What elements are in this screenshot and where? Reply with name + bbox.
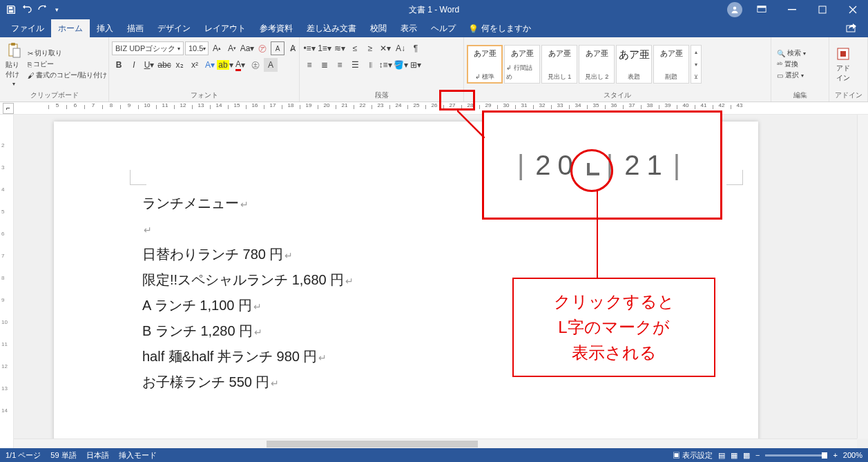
subscript-button[interactable]: x₂ bbox=[173, 58, 186, 72]
zoom-out-button[interactable]: − bbox=[755, 451, 760, 459]
status-language[interactable]: 日本語 bbox=[86, 450, 109, 461]
highlight-button[interactable]: ab▾ bbox=[218, 58, 232, 72]
tab-help[interactable]: ヘルプ bbox=[424, 19, 463, 37]
underline-button[interactable]: U▾ bbox=[142, 58, 156, 72]
show-marks-button[interactable]: ¶ bbox=[409, 41, 423, 55]
bullets-button[interactable]: •≡▾ bbox=[302, 41, 316, 55]
maximize-button[interactable] bbox=[807, 0, 838, 19]
document-line[interactable]: 日替わりランチ 780 円↵ bbox=[142, 242, 354, 267]
text-effects-button[interactable]: A▾ bbox=[203, 58, 217, 72]
superscript-button[interactable]: x² bbox=[188, 58, 202, 72]
find-button[interactable]: 🔍検索▾ bbox=[777, 48, 806, 58]
save-icon[interactable] bbox=[6, 4, 17, 15]
style-item[interactable]: あア亜↲ 行間詰め bbox=[504, 45, 540, 84]
shading-button[interactable]: 🪣▾ bbox=[394, 58, 407, 72]
annotation-ruler-highlight bbox=[439, 90, 475, 110]
user-avatar[interactable] bbox=[727, 2, 742, 17]
clear-format-button[interactable]: A̷ bbox=[286, 41, 300, 55]
char-border-button[interactable]: A bbox=[271, 41, 284, 55]
bold-button[interactable]: B bbox=[112, 58, 126, 72]
italic-button[interactable]: I bbox=[127, 58, 141, 72]
strikethrough-button[interactable]: abc bbox=[157, 58, 171, 72]
font-color-button[interactable]: A▾ bbox=[233, 58, 247, 72]
horizontal-scrollbar[interactable] bbox=[14, 439, 857, 448]
close-button[interactable] bbox=[838, 0, 868, 19]
view-print-layout-icon[interactable]: ▤ bbox=[718, 451, 725, 460]
justify-button[interactable]: ☰ bbox=[348, 58, 362, 72]
document-line[interactable]: お子様ランチ 550 円↵ bbox=[142, 369, 354, 395]
redo-icon[interactable] bbox=[36, 4, 47, 15]
increase-indent-button[interactable]: ≥ bbox=[363, 41, 377, 55]
asian-layout-button[interactable]: ✕▾ bbox=[378, 41, 392, 55]
cut-button[interactable]: ✂切り取り bbox=[28, 48, 107, 58]
phonetic-guide-button[interactable]: ㋐ bbox=[255, 41, 269, 55]
view-read-mode-icon[interactable]: ▦ bbox=[731, 451, 737, 460]
distribute-button[interactable]: ⫴ bbox=[363, 58, 377, 72]
horizontal-ruler[interactable]: ⌐ 56789101112131415161718192021222324252… bbox=[0, 102, 868, 115]
font-name-combo[interactable]: BIZ UDPゴシック▾ bbox=[112, 41, 184, 55]
styles-more-button[interactable]: ▴▾⊻ bbox=[691, 45, 702, 84]
tab-references[interactable]: 参考資料 bbox=[253, 19, 300, 37]
style-item[interactable]: あア亜表題 bbox=[616, 45, 652, 84]
tab-layout[interactable]: レイアウト bbox=[197, 19, 253, 37]
multilevel-button[interactable]: ≋▾ bbox=[333, 41, 347, 55]
styles-gallery[interactable]: あア亜↲ 標準あア亜↲ 行間詰めあア亜見出し 1あア亜見出し 2あア亜表題あア亜… bbox=[467, 45, 702, 84]
document-line[interactable]: 限定!!スペシャルランチ 1,680 円↵ bbox=[142, 267, 354, 293]
tab-draw[interactable]: 描画 bbox=[120, 19, 151, 37]
share-icon[interactable] bbox=[839, 21, 864, 37]
char-shading-button[interactable]: A bbox=[264, 58, 278, 72]
style-item[interactable]: あア亜↲ 標準 bbox=[467, 45, 503, 84]
paste-button[interactable]: 貼り付け ▾ bbox=[3, 41, 25, 88]
document-line[interactable]: A ランチ 1,100 円↵ bbox=[142, 293, 354, 318]
font-size-combo[interactable]: 10.5▾ bbox=[185, 41, 209, 55]
qat-more-icon[interactable]: ▾ bbox=[51, 4, 62, 15]
tab-view[interactable]: 表示 bbox=[394, 19, 424, 37]
style-item[interactable]: あア亜見出し 1 bbox=[541, 45, 577, 84]
zoom-level[interactable]: 200% bbox=[843, 451, 862, 459]
undo-icon[interactable] bbox=[21, 4, 32, 15]
shrink-font-button[interactable]: A▾ bbox=[225, 41, 239, 55]
minimize-button[interactable] bbox=[777, 0, 807, 19]
document-body[interactable]: ランチメニュー↵↵日替わりランチ 780 円↵限定!!スペシャルランチ 1,68… bbox=[142, 191, 354, 395]
tab-design[interactable]: デザイン bbox=[151, 19, 197, 37]
view-web-layout-icon[interactable]: ▩ bbox=[743, 451, 750, 460]
style-item[interactable]: あア亜見出し 2 bbox=[579, 45, 615, 84]
vertical-scrollbar[interactable] bbox=[857, 115, 868, 439]
vertical-ruler[interactable]: 234567891011121314 bbox=[0, 115, 14, 448]
numbering-button[interactable]: 1≡▾ bbox=[318, 41, 331, 55]
display-settings-button[interactable]: ▣ 表示設定 bbox=[673, 450, 713, 461]
style-item[interactable]: あア亜副題 bbox=[653, 45, 689, 84]
addins-button[interactable]: アド イン bbox=[832, 44, 854, 84]
status-page[interactable]: 1/1 ページ bbox=[6, 450, 41, 461]
document-line[interactable]: ↵ bbox=[142, 216, 354, 242]
ribbon-display-icon[interactable] bbox=[746, 0, 777, 19]
tab-home[interactable]: ホーム bbox=[51, 19, 90, 37]
align-center-button[interactable]: ≣ bbox=[318, 58, 331, 72]
document-line[interactable]: ランチメニュー↵ bbox=[142, 191, 354, 216]
tab-file[interactable]: ファイル bbox=[4, 19, 51, 37]
line-spacing-button[interactable]: ↕≡▾ bbox=[378, 58, 392, 72]
grow-font-button[interactable]: A▴ bbox=[210, 41, 224, 55]
sort-button[interactable]: A↓ bbox=[394, 41, 407, 55]
zoom-in-button[interactable]: + bbox=[833, 451, 837, 459]
change-case-button[interactable]: Aa▾ bbox=[240, 41, 254, 55]
status-word-count[interactable]: 59 単語 bbox=[50, 450, 76, 461]
tab-insert[interactable]: 挿入 bbox=[90, 19, 120, 37]
tab-review[interactable]: 校閲 bbox=[363, 19, 394, 37]
tab-selector[interactable]: ⌐ bbox=[3, 103, 14, 114]
enclose-char-button[interactable]: ㊏ bbox=[249, 58, 262, 72]
select-button[interactable]: ▭選択▾ bbox=[777, 70, 806, 80]
document-line[interactable]: half 麺&half 丼ランチ 980 円↵ bbox=[142, 344, 354, 369]
copy-button[interactable]: ⎘コピー bbox=[28, 59, 107, 69]
tell-me-search[interactable]: 💡 何をしますか bbox=[463, 20, 537, 37]
document-line[interactable]: B ランチ 1,280 円↵ bbox=[142, 318, 354, 344]
align-left-button[interactable]: ≡ bbox=[302, 58, 316, 72]
status-insert-mode[interactable]: 挿入モード bbox=[119, 450, 157, 461]
align-right-button[interactable]: ≡ bbox=[333, 58, 347, 72]
zoom-slider[interactable] bbox=[765, 454, 827, 456]
tab-mailings[interactable]: 差し込み文書 bbox=[300, 19, 363, 37]
borders-button[interactable]: ⊞▾ bbox=[409, 58, 423, 72]
replace-button[interactable]: ᵃᵇ置換 bbox=[777, 59, 806, 69]
format-painter-button[interactable]: 🖌書式のコピー/貼り付け bbox=[28, 70, 107, 80]
decrease-indent-button[interactable]: ≤ bbox=[348, 41, 362, 55]
